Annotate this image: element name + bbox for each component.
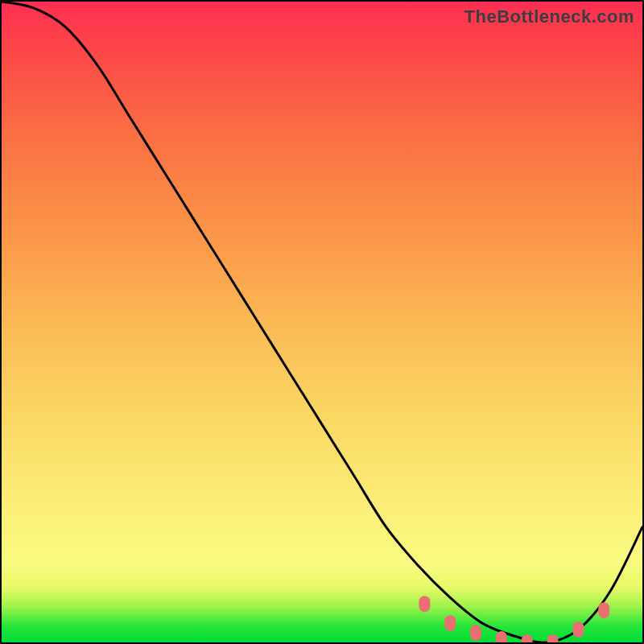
curve-marker <box>470 625 481 641</box>
curve-marker <box>572 621 584 638</box>
curve-marker <box>547 634 559 642</box>
bottleneck-curve <box>2 2 642 642</box>
chart-svg <box>2 2 642 642</box>
watermark-text: TheBottleneck.com <box>464 6 634 27</box>
chart-curve-group <box>2 2 642 642</box>
curve-marker <box>522 634 533 642</box>
curve-marker <box>419 596 430 612</box>
curve-marker <box>496 631 507 642</box>
curve-marker <box>598 602 609 618</box>
bottleneck-chart: TheBottleneck.com <box>0 0 644 644</box>
curve-marker <box>444 615 456 631</box>
